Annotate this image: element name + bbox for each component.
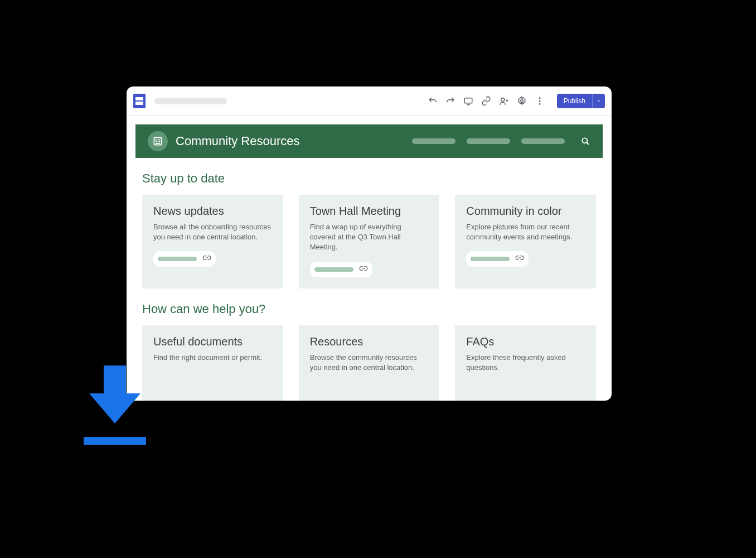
search-icon[interactable] bbox=[580, 136, 590, 146]
svg-rect-0 bbox=[464, 98, 472, 103]
card-faqs[interactable]: FAQs Explore these frequently asked ques… bbox=[455, 325, 596, 401]
undo-icon[interactable] bbox=[428, 96, 438, 106]
site-canvas: Community Resources Stay up to date News… bbox=[127, 116, 612, 401]
card-town-hall[interactable]: Town Hall Meeting Find a wrap up of ever… bbox=[299, 195, 440, 288]
share-icon[interactable] bbox=[499, 96, 509, 106]
nav-item-placeholder[interactable] bbox=[412, 138, 455, 144]
section-stay-up-to-date: Stay up to date News updates Browse all … bbox=[135, 158, 603, 288]
document-title-placeholder[interactable] bbox=[154, 98, 227, 104]
card-title: Community in color bbox=[466, 205, 585, 218]
publish-button[interactable]: Publish bbox=[557, 94, 592, 108]
card-useful-documents[interactable]: Useful documents Find the right document… bbox=[142, 325, 283, 401]
card-title: Town Hall Meeting bbox=[310, 205, 429, 218]
card-title: Useful documents bbox=[153, 335, 272, 348]
app-window: Publish Community Resources Sta bbox=[127, 86, 612, 401]
link-icon bbox=[515, 253, 524, 264]
site-title[interactable]: Community Resources bbox=[176, 134, 300, 148]
svg-point-5 bbox=[539, 103, 540, 104]
card-title: Resources bbox=[310, 335, 429, 348]
link-icon bbox=[202, 253, 211, 264]
link-chip[interactable] bbox=[153, 251, 216, 267]
card-description: Browse the community resources you need … bbox=[310, 353, 429, 373]
link-icon bbox=[359, 264, 368, 275]
site-header: Community Resources bbox=[135, 124, 603, 158]
card-title: FAQs bbox=[466, 335, 585, 348]
svg-rect-11 bbox=[156, 143, 160, 144]
chip-text-placeholder bbox=[158, 257, 197, 261]
svg-rect-10 bbox=[158, 141, 160, 142]
svg-rect-9 bbox=[156, 141, 157, 142]
sites-app-icon[interactable] bbox=[133, 94, 146, 108]
card-description: Find a wrap up of everything covered at … bbox=[310, 222, 429, 253]
gear-icon[interactable] bbox=[517, 96, 527, 106]
card-description: Explore pictures from our recent communi… bbox=[466, 222, 585, 242]
svg-marker-14 bbox=[89, 393, 140, 424]
card-row: News updates Browse all the onboarding r… bbox=[142, 195, 596, 288]
svg-rect-8 bbox=[158, 140, 160, 141]
section-title[interactable]: Stay up to date bbox=[142, 171, 596, 186]
svg-rect-15 bbox=[84, 437, 146, 445]
more-icon[interactable] bbox=[535, 96, 545, 106]
publish-button-group: Publish bbox=[557, 94, 605, 108]
card-news-updates[interactable]: News updates Browse all the onboarding r… bbox=[142, 195, 283, 288]
publish-dropdown[interactable] bbox=[592, 94, 605, 108]
redo-icon[interactable] bbox=[445, 96, 455, 106]
svg-rect-7 bbox=[156, 140, 157, 141]
card-row: Useful documents Find the right document… bbox=[142, 325, 596, 401]
app-toolbar: Publish bbox=[127, 86, 612, 116]
section-how-can-we-help: How can we help you? Useful documents Fi… bbox=[135, 288, 603, 401]
link-chip[interactable] bbox=[310, 262, 372, 277]
card-title: News updates bbox=[153, 205, 272, 218]
card-description: Find the right document or permit. bbox=[153, 353, 272, 363]
svg-point-12 bbox=[582, 138, 587, 143]
chip-text-placeholder bbox=[471, 257, 510, 261]
card-description: Explore these frequently asked questions… bbox=[466, 353, 585, 373]
link-chip[interactable] bbox=[466, 251, 529, 267]
nav-item-placeholder[interactable] bbox=[467, 138, 510, 144]
svg-point-1 bbox=[501, 98, 504, 101]
nav-item-placeholder[interactable] bbox=[521, 138, 565, 144]
card-resources[interactable]: Resources Browse the community resources… bbox=[299, 325, 440, 401]
svg-point-2 bbox=[520, 99, 523, 102]
site-nav bbox=[412, 136, 590, 146]
site-logo-icon bbox=[148, 131, 168, 151]
preview-icon[interactable] bbox=[463, 96, 473, 106]
download-arrow-icon bbox=[84, 365, 146, 445]
link-icon[interactable] bbox=[481, 96, 491, 106]
svg-rect-13 bbox=[104, 365, 126, 393]
section-title[interactable]: How can we help you? bbox=[142, 302, 596, 316]
toolbar-actions: Publish bbox=[428, 94, 605, 108]
svg-point-4 bbox=[539, 100, 540, 102]
card-description: Browse all the onboarding resources you … bbox=[153, 222, 272, 242]
chip-text-placeholder bbox=[314, 267, 353, 272]
svg-point-3 bbox=[539, 97, 540, 99]
card-community-in-color[interactable]: Community in color Explore pictures from… bbox=[455, 195, 596, 288]
